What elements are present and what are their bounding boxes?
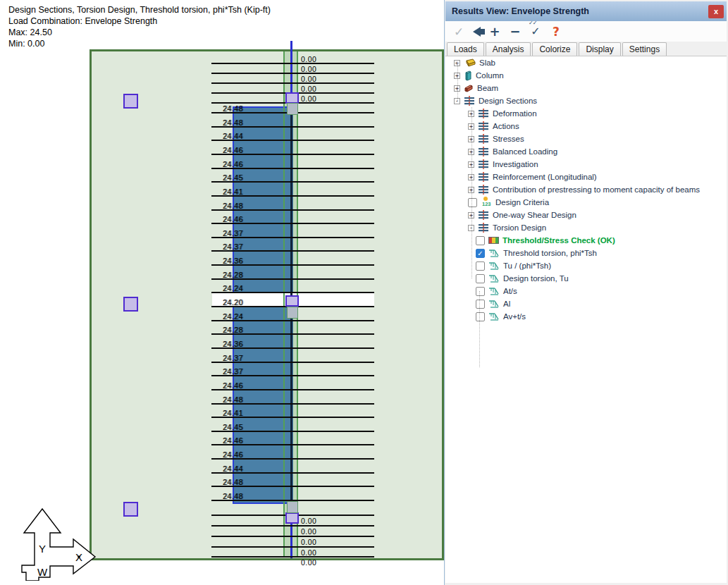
- tree-item-one-way-shear-design[interactable]: +One-way Shear Design: [468, 209, 576, 221]
- remove-icon[interactable]: −: [509, 24, 522, 39]
- tree-item-label[interactable]: Contribution of prestressing to moment c…: [493, 185, 700, 194]
- tree-item-label[interactable]: Torsion Design: [493, 223, 546, 232]
- design-sections-icon: [478, 185, 489, 195]
- tree-item-threshold-stress-check-ok[interactable]: Threshold/Stress Check (OK): [476, 234, 615, 247]
- selection-grip[interactable]: [285, 92, 299, 104]
- tree-item-label[interactable]: Deformation: [493, 109, 537, 118]
- design-section-line[interactable]: [211, 82, 374, 84]
- checkbox-unchecked[interactable]: [476, 236, 485, 245]
- tree-item-torsion-design[interactable]: -Torsion Design: [468, 221, 546, 234]
- section-value-label: 24.37: [223, 354, 243, 362]
- tree-item-actions[interactable]: +Actions: [468, 120, 519, 133]
- tree-item-investigation[interactable]: +Investigation: [468, 158, 538, 171]
- tab-settings[interactable]: Settings: [622, 42, 667, 56]
- tree-item-beam[interactable]: +Beam: [454, 82, 498, 94]
- selection-grip[interactable]: [287, 307, 298, 319]
- tree-item-label[interactable]: Stresses: [493, 135, 524, 143]
- tree-item-av-t-s[interactable]: Av+t/s: [476, 310, 526, 323]
- tree-item-label[interactable]: At/s: [503, 287, 517, 295]
- tree-item-label[interactable]: Design torsion, Tu: [503, 274, 569, 283]
- node-marker[interactable]: [123, 297, 138, 312]
- design-sections-icon: [478, 159, 489, 169]
- tree-item-label[interactable]: Column: [476, 71, 504, 80]
- design-section-line[interactable]: [211, 556, 374, 558]
- tree-item-threshold-torsion-phi-tsh[interactable]: ✓Threshold torsion, phi*Tsh: [476, 247, 597, 259]
- design-sections-icon: [478, 172, 489, 182]
- tree-item-label[interactable]: Beam: [477, 84, 498, 92]
- compass-w-label: W: [37, 566, 48, 578]
- compass-y-label: Y: [39, 543, 46, 555]
- tree-item-stresses[interactable]: +Stresses: [468, 133, 524, 145]
- tree-item-label[interactable]: Tu / (phi*Tsh): [503, 261, 551, 270]
- tree-item-label[interactable]: Actions: [493, 122, 519, 130]
- tree-item-label[interactable]: Threshold torsion, phi*Tsh: [503, 249, 597, 257]
- confirm-check-icon[interactable]: ✓: [452, 25, 465, 39]
- node-marker[interactable]: [123, 94, 138, 109]
- tree-item-label[interactable]: Investigation: [493, 160, 538, 168]
- result-plot-icon: [488, 249, 500, 258]
- selection-grip[interactable]: [285, 295, 299, 307]
- drawing-viewport[interactable]: Design Sections, Torsion Design, Thresho…: [0, 0, 444, 585]
- selection-grip[interactable]: [285, 512, 299, 524]
- tree-item-design-criteria[interactable]: 123Design Criteria: [468, 196, 549, 209]
- node-marker[interactable]: [123, 502, 138, 517]
- design-section-line[interactable]: [211, 525, 374, 526]
- design-sections-icon: [478, 210, 489, 220]
- tree-item-tu-phi-tsh[interactable]: Tu / (phi*Tsh): [476, 259, 551, 272]
- section-value-label: 24.24: [223, 284, 243, 292]
- design-section-line[interactable]: [211, 546, 374, 548]
- apply-check-icon[interactable]: ✓✓✓: [529, 25, 542, 38]
- back-arrow-icon[interactable]: [473, 27, 481, 37]
- tree-item-label[interactable]: Reinforcement (Longitudinal): [493, 173, 597, 181]
- checkbox-unchecked[interactable]: [476, 261, 485, 271]
- tree-item-label[interactable]: Slab: [479, 58, 495, 67]
- section-value-label: 24.48: [223, 118, 243, 127]
- tree-item-column[interactable]: +Column: [454, 69, 504, 82]
- section-value-label: 24.37: [223, 367, 243, 376]
- close-button[interactable]: x: [708, 5, 724, 18]
- tab-analysis[interactable]: Analysis: [486, 42, 531, 56]
- result-plot-icon: [488, 261, 500, 271]
- slab-icon: [464, 58, 476, 67]
- tree-item-at-s[interactable]: At/s: [476, 285, 517, 297]
- checkbox-checked[interactable]: ✓: [476, 249, 485, 258]
- section-value-label: 24.36: [223, 340, 243, 348]
- section-value-label: 0.00: [301, 517, 316, 525]
- design-section-line[interactable]: [211, 63, 374, 64]
- section-value-label: 24.24: [223, 312, 243, 321]
- design-section-line[interactable]: [211, 73, 374, 74]
- section-value-label: 24.46: [223, 436, 243, 445]
- section-value-label: 0.00: [301, 94, 316, 103]
- design-section-line[interactable]: [211, 536, 374, 537]
- result-title-line2: Load Combination: Envelope Strength: [8, 16, 271, 27]
- tree-item-label[interactable]: Balanced Loading: [493, 147, 557, 156]
- design-sections-icon: [478, 121, 489, 131]
- tree-item-label[interactable]: Design Criteria: [495, 198, 549, 207]
- tree-item-reinforcement-longitudinal[interactable]: +Reinforcement (Longitudinal): [468, 171, 597, 183]
- add-icon[interactable]: +: [488, 24, 501, 39]
- tab-display[interactable]: Display: [579, 42, 620, 56]
- tree-item-contribution-of-prestressing-to-moment-capacity-of-beams[interactable]: +Contribution of prestressing to moment …: [468, 183, 700, 196]
- tree-item-deformation[interactable]: +Deformation: [468, 107, 537, 120]
- selection-grip[interactable]: [287, 103, 298, 115]
- tree-item-balanced-loading[interactable]: +Balanced Loading: [468, 145, 557, 158]
- tree-item-label[interactable]: Al: [503, 300, 510, 308]
- section-value-label: 24.28: [223, 271, 243, 279]
- tab-colorize[interactable]: Colorize: [532, 42, 577, 56]
- tree-item-label[interactable]: One-way Shear Design: [493, 211, 576, 219]
- tree-item-label[interactable]: Design Sections: [479, 97, 537, 105]
- section-value-label: 0.00: [301, 85, 316, 93]
- tree-item-design-sections[interactable]: -Design Sections: [454, 94, 537, 107]
- tree-item-label[interactable]: Threshold/Stress Check (OK): [502, 236, 615, 245]
- tree-item-al[interactable]: Al: [476, 297, 510, 310]
- selection-grip[interactable]: [287, 501, 298, 513]
- tree-item-design-torsion-tu[interactable]: Design torsion, Tu: [476, 272, 569, 285]
- checkbox-unchecked[interactable]: [476, 274, 485, 283]
- help-icon[interactable]: ?: [550, 25, 562, 39]
- tree-item-slab[interactable]: +Slab: [454, 56, 495, 69]
- design-sections-icon: [478, 147, 489, 156]
- tree-guide-line: [479, 291, 481, 367]
- tab-loads[interactable]: Loads: [447, 42, 484, 56]
- tree-item-label[interactable]: Av+t/s: [503, 312, 526, 321]
- section-value-label: 24.37: [223, 242, 243, 251]
